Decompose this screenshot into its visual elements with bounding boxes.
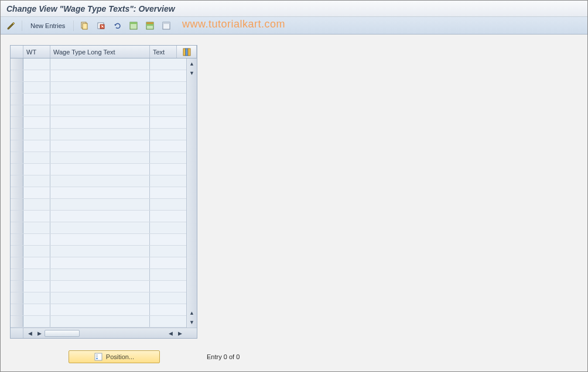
scroll-right-end-icon[interactable]: ▶ — [176, 329, 184, 337]
cell-wage-type-long-text[interactable] — [50, 187, 150, 198]
row-selector[interactable] — [11, 222, 23, 233]
row-selector[interactable] — [11, 140, 23, 151]
cell-wt[interactable] — [23, 211, 50, 222]
cell-text[interactable] — [150, 269, 186, 280]
row-selector[interactable] — [11, 82, 23, 93]
cell-text[interactable] — [150, 117, 186, 128]
cell-text[interactable] — [150, 152, 186, 163]
cell-text[interactable] — [150, 164, 186, 175]
cell-text[interactable] — [150, 316, 186, 327]
cell-wt[interactable] — [23, 269, 50, 280]
cell-wage-type-long-text[interactable] — [50, 304, 150, 315]
cell-wt[interactable] — [23, 117, 50, 128]
cell-wage-type-long-text[interactable] — [50, 164, 150, 175]
cell-text[interactable] — [150, 281, 186, 292]
cell-text[interactable] — [150, 304, 186, 315]
cell-text[interactable] — [150, 222, 186, 233]
column-header-text[interactable]: Text — [150, 46, 177, 58]
copy-as-icon[interactable] — [78, 20, 90, 32]
cell-wt[interactable] — [23, 175, 50, 187]
cell-wt[interactable] — [23, 316, 50, 327]
scroll-up-end-icon[interactable]: ▲ — [188, 309, 196, 317]
cell-wt[interactable] — [23, 82, 50, 93]
cell-wt[interactable] — [23, 129, 50, 140]
row-selector[interactable] — [11, 246, 23, 257]
cell-wage-type-long-text[interactable] — [50, 117, 150, 128]
cell-wt[interactable] — [23, 105, 50, 116]
cell-text[interactable] — [150, 199, 186, 210]
row-selector-header[interactable] — [11, 46, 23, 58]
cell-wt[interactable] — [23, 152, 50, 163]
cell-wage-type-long-text[interactable] — [50, 58, 150, 70]
cell-wage-type-long-text[interactable] — [50, 316, 150, 327]
cell-wage-type-long-text[interactable] — [50, 94, 150, 105]
hscroll-thumb[interactable] — [45, 330, 80, 337]
new-entries-button[interactable]: New Entries — [27, 20, 69, 32]
row-selector[interactable] — [11, 199, 23, 210]
row-selector[interactable] — [11, 117, 23, 128]
cell-wage-type-long-text[interactable] — [50, 257, 150, 268]
column-header-wage-type-long-text[interactable]: Wage Type Long Text — [50, 46, 150, 58]
cell-wt[interactable] — [23, 164, 50, 175]
cell-text[interactable] — [150, 234, 186, 245]
cell-wage-type-long-text[interactable] — [50, 152, 150, 163]
cell-text[interactable] — [150, 94, 186, 105]
cell-text[interactable] — [150, 105, 186, 116]
cell-text[interactable] — [150, 140, 186, 151]
cell-wt[interactable] — [23, 94, 50, 105]
cell-wt[interactable] — [23, 292, 50, 304]
cell-text[interactable] — [150, 58, 186, 70]
row-selector[interactable] — [11, 187, 23, 198]
cell-wage-type-long-text[interactable] — [50, 70, 150, 81]
scroll-down-icon[interactable]: ▼ — [188, 69, 196, 77]
row-selector[interactable] — [11, 58, 23, 70]
scroll-down-end-icon[interactable]: ▼ — [188, 318, 196, 326]
cell-wt[interactable] — [23, 58, 50, 70]
cell-wt[interactable] — [23, 222, 50, 233]
cell-wage-type-long-text[interactable] — [50, 175, 150, 187]
row-selector[interactable] — [11, 304, 23, 315]
cell-wt[interactable] — [23, 70, 50, 81]
cell-text[interactable] — [150, 187, 186, 198]
row-selector[interactable] — [11, 281, 23, 292]
select-block-icon[interactable] — [144, 20, 156, 32]
cell-wage-type-long-text[interactable] — [50, 199, 150, 210]
cell-text[interactable] — [150, 257, 186, 268]
cell-wage-type-long-text[interactable] — [50, 234, 150, 245]
cell-wt[interactable] — [23, 199, 50, 210]
row-selector[interactable] — [11, 164, 23, 175]
cell-wt[interactable] — [23, 234, 50, 245]
cell-text[interactable] — [150, 292, 186, 304]
cell-wt[interactable] — [23, 281, 50, 292]
cell-wt[interactable] — [23, 246, 50, 257]
row-selector[interactable] — [11, 316, 23, 327]
vertical-scrollbar[interactable]: ▲ ▼ ▲ ▼ — [186, 58, 197, 328]
cell-wage-type-long-text[interactable] — [50, 222, 150, 233]
cell-text[interactable] — [150, 246, 186, 257]
row-selector[interactable] — [11, 70, 23, 81]
row-selector[interactable] — [11, 129, 23, 140]
cell-wage-type-long-text[interactable] — [50, 129, 150, 140]
cell-text[interactable] — [150, 211, 186, 222]
cell-wt[interactable] — [23, 140, 50, 151]
cell-wage-type-long-text[interactable] — [50, 246, 150, 257]
row-selector[interactable] — [11, 292, 23, 304]
table-settings-icon[interactable] — [177, 46, 197, 58]
column-header-wt[interactable]: WT — [23, 46, 50, 58]
cell-wt[interactable] — [23, 304, 50, 315]
scroll-right-icon[interactable]: ▶ — [35, 329, 43, 337]
select-all-icon[interactable] — [128, 20, 139, 32]
cell-wage-type-long-text[interactable] — [50, 292, 150, 304]
cell-text[interactable] — [150, 129, 186, 140]
position-button[interactable]: Position... — [69, 350, 160, 363]
row-selector[interactable] — [11, 152, 23, 163]
row-selector[interactable] — [11, 234, 23, 245]
scroll-left-icon[interactable]: ◀ — [26, 329, 34, 337]
deselect-all-icon[interactable] — [160, 20, 172, 32]
row-selector[interactable] — [11, 94, 23, 105]
row-selector[interactable] — [11, 211, 23, 222]
cell-wage-type-long-text[interactable] — [50, 269, 150, 280]
delete-icon[interactable] — [95, 20, 107, 32]
display-change-toggle-icon[interactable] — [5, 20, 17, 32]
horizontal-scrollbar[interactable]: ◀ ▶ ◀ ▶ — [11, 328, 197, 338]
